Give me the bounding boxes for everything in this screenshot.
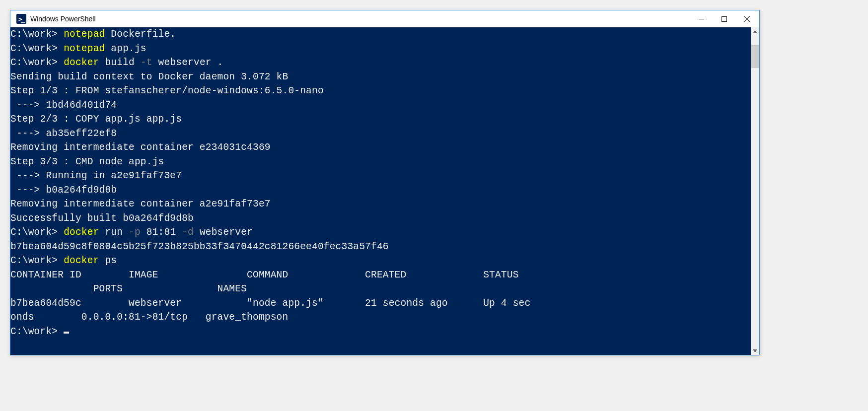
chevron-down-icon bbox=[753, 349, 757, 352]
minimize-icon bbox=[699, 16, 704, 22]
svg-marker-5 bbox=[753, 349, 757, 352]
vertical-scrollbar[interactable] bbox=[751, 27, 759, 355]
powershell-window: Windows PowerShell C:\work> notepad Dock… bbox=[10, 10, 760, 355]
maximize-icon bbox=[722, 16, 727, 22]
window-title: Windows PowerShell bbox=[30, 15, 96, 23]
client-area: C:\work> notepad Dockerfile. C:\work> no… bbox=[10, 27, 759, 355]
minimize-button[interactable] bbox=[690, 11, 713, 27]
scroll-down-button[interactable] bbox=[751, 346, 759, 355]
terminal-output[interactable]: C:\work> notepad Dockerfile. C:\work> no… bbox=[10, 27, 751, 355]
scroll-up-button[interactable] bbox=[751, 27, 759, 36]
close-icon bbox=[744, 16, 750, 22]
chevron-up-icon bbox=[753, 30, 757, 33]
scroll-thumb[interactable] bbox=[751, 45, 759, 68]
svg-rect-1 bbox=[722, 16, 726, 21]
maximize-button[interactable] bbox=[713, 11, 735, 27]
powershell-icon bbox=[16, 14, 26, 24]
titlebar[interactable]: Windows PowerShell bbox=[10, 10, 759, 27]
svg-marker-4 bbox=[753, 30, 757, 33]
close-button[interactable] bbox=[735, 11, 758, 27]
window-controls bbox=[690, 11, 758, 27]
